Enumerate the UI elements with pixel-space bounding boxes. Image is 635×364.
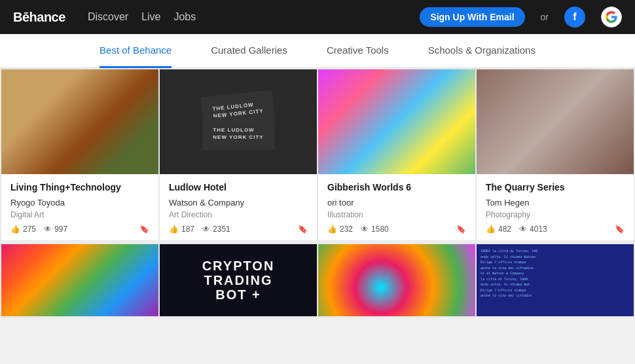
card-author-quarry: Tom Hegen (486, 198, 625, 208)
facebook-login-button[interactable]: f (564, 7, 585, 27)
card-quarry: The Quarry Series Tom Hegen Photography … (477, 69, 634, 240)
card-likes-gibberish: 👍 232 (327, 225, 353, 234)
card-title-living-thing: Living Thing+Technology (10, 182, 149, 192)
card-title-quarry: The Quarry Series (486, 182, 625, 192)
card-info-living-thing: Living Thing+Technology Ryogo Toyoda Dig… (1, 174, 158, 240)
eye-icon: 👁 (361, 225, 369, 234)
card-views-ludlow: 👁 2351 (202, 225, 230, 234)
card-title-ludlow: Ludlow Hotel (169, 182, 308, 192)
card-likes-quarry: 👍 482 (486, 225, 511, 234)
logo: Bēhance (13, 10, 65, 25)
card-stats-quarry: 👍 482 👁 4013 🔖 (486, 225, 625, 234)
card-image-colorful[interactable] (1, 244, 158, 316)
card-title-gibberish: Gibberish Worlds 6 (327, 182, 466, 192)
card-category-gibberish: Illustration (327, 210, 466, 219)
card-living-thing: Living Thing+Technology Ryogo Toyoda Dig… (1, 69, 158, 240)
thumb-icon: 👍 (10, 225, 20, 234)
ludlow-card-front: THE LUDLOWNEW YORK CITY (202, 117, 274, 150)
card-info-ludlow: Ludlow Hotel Watson & Company Art Direct… (160, 174, 317, 240)
card-image-orb[interactable] (318, 244, 475, 316)
card-stats-living-thing: 👍 275 👁 997 🔖 (10, 225, 149, 234)
card-stats-ludlow: 👍 187 👁 2351 🔖 (169, 225, 308, 234)
gallery-grid-row1: Living Thing+Technology Ryogo Toyoda Dig… (0, 68, 635, 242)
card-image-ludlow[interactable]: THE LUDLOWNEW YORK CITY THE LUDLOWNEW YO… (160, 69, 317, 174)
card-author-gibberish: ori toor (327, 198, 466, 208)
bookmark-icon-gibberish[interactable]: 🔖 (456, 225, 466, 234)
card-colorful (1, 244, 158, 316)
gallery-grid-row2: CRYPTONTRADINGBOT + 19001 la città di To… (0, 243, 635, 318)
card-image-living-thing[interactable] (1, 69, 158, 174)
nav-discover[interactable]: Discover (88, 11, 128, 23)
google-icon (606, 11, 617, 23)
signup-button[interactable]: Sign Up With Email (420, 7, 524, 27)
card-ludlow: THE LUDLOWNEW YORK CITY THE LUDLOWNEW YO… (160, 69, 317, 240)
card-orb (318, 244, 475, 316)
card-category-living-thing: Digital Art (10, 210, 149, 219)
bookmark-icon-quarry[interactable]: 🔖 (615, 225, 625, 234)
crypto-text: CRYPTONTRADINGBOT + (202, 259, 275, 302)
card-category-ludlow: Art Direction (169, 210, 308, 219)
card-likes-ludlow: 👍 187 (169, 225, 194, 234)
card-stats-gibberish: 👍 232 👁 1580 🔖 (327, 225, 466, 234)
card-views-living-thing: 👁 997 (44, 225, 67, 234)
card-views-quarry: 👁 4013 (519, 225, 547, 234)
card-crypto: CRYPTONTRADINGBOT + (160, 244, 317, 316)
thumb-icon: 👍 (327, 225, 337, 234)
subnav-best-of-behance[interactable]: Best of Behance (100, 34, 172, 68)
ludlow-cards-stack: THE LUDLOWNEW YORK CITY THE LUDLOWNEW YO… (196, 87, 280, 157)
card-image-gibberish[interactable] (318, 69, 475, 174)
bookmark-icon-living-thing[interactable]: 🔖 (139, 225, 149, 234)
eye-icon: 👁 (44, 225, 52, 234)
card-author-ludlow: Watson & Company (169, 198, 308, 208)
nav-jobs[interactable]: Jobs (173, 11, 196, 23)
card-info-quarry: The Quarry Series Tom Hegen Photography … (477, 174, 634, 240)
thumb-icon: 👍 (169, 225, 179, 234)
main-nav: Discover Live Jobs (88, 11, 196, 23)
nav-live[interactable]: Live (141, 11, 160, 23)
code-text: 19001 la città di Torino, 190 enda volta… (481, 248, 630, 299)
card-info-gibberish: Gibberish Worlds 6 ori toor Illustration… (318, 174, 475, 240)
card-image-crypto[interactable]: CRYPTONTRADINGBOT + (160, 244, 317, 316)
thumb-icon: 👍 (486, 225, 496, 234)
google-login-button[interactable] (601, 7, 622, 27)
card-author-living-thing: Ryogo Toyoda (10, 198, 149, 208)
card-textcode: 19001 la città di Torino, 190 enda volta… (477, 244, 634, 316)
card-image-textcode[interactable]: 19001 la città di Torino, 190 enda volta… (477, 244, 634, 316)
bookmark-icon-ludlow[interactable]: 🔖 (298, 225, 308, 234)
card-views-gibberish: 👁 1580 (361, 225, 389, 234)
header: Bēhance Discover Live Jobs Sign Up With … (0, 0, 635, 34)
card-likes-living-thing: 👍 275 (10, 225, 36, 234)
card-category-quarry: Photography (486, 210, 625, 219)
card-image-quarry[interactable] (477, 69, 634, 174)
subnav: Best of Behance Curated Galleries Creati… (0, 34, 635, 68)
subnav-creative-tools[interactable]: Creative Tools (327, 34, 389, 68)
eye-icon: 👁 (519, 225, 527, 234)
subnav-schools-orgs[interactable]: Schools & Organizations (428, 34, 535, 68)
subnav-curated-galleries[interactable]: Curated Galleries (211, 34, 287, 68)
or-label: or (541, 12, 549, 22)
card-gibberish: Gibberish Worlds 6 ori toor Illustration… (318, 69, 475, 240)
eye-icon: 👁 (202, 225, 210, 234)
